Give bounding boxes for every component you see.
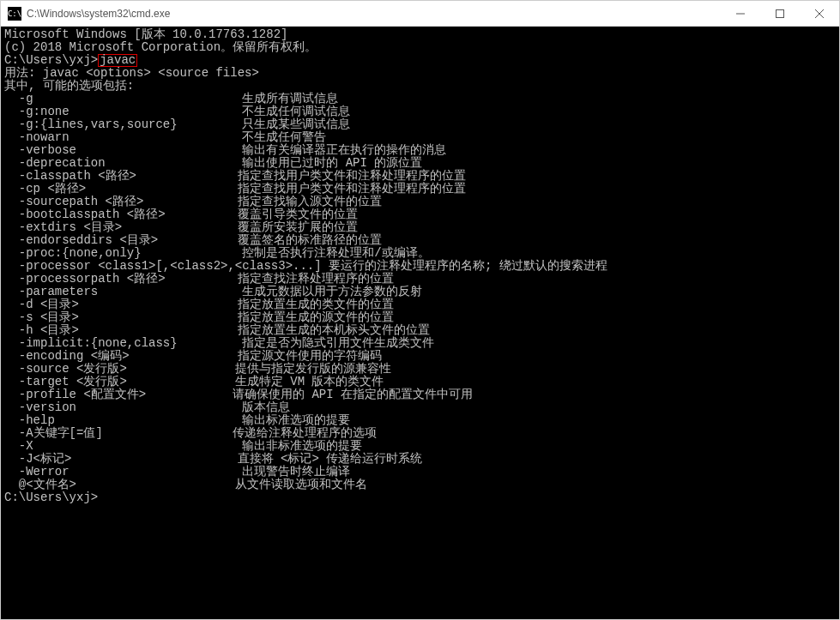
maximize-button[interactable] <box>760 1 800 26</box>
window-controls <box>721 1 839 26</box>
terminal-line: -target <发行版> 生成特定 VM 版本的类文件 <box>4 376 836 388</box>
terminal-line: @<文件名> 从文件读取选项和文件名 <box>4 479 836 491</box>
terminal-line: (c) 2018 Microsoft Corporation。保留所有权利。 <box>4 41 836 54</box>
terminal-line: -endorseddirs <目录> 覆盖签名的标准路径的位置 <box>4 234 836 247</box>
terminal-line: -source <发行版> 提供与指定发行版的源兼容性 <box>4 363 836 376</box>
terminal-line: -Werror 出现警告时终止编译 <box>4 466 836 479</box>
terminal-line: -g:none 不生成任何调试信息 <box>4 105 836 118</box>
terminal-output[interactable]: Microsoft Windows [版本 10.0.17763.1282](c… <box>1 27 839 619</box>
terminal-line: C:\Users\yxj> <box>4 491 836 504</box>
terminal-line: -processor <class1>[,<class2>,<class3>..… <box>4 260 836 273</box>
svg-rect-1 <box>777 9 784 17</box>
close-button[interactable] <box>800 1 839 26</box>
terminal-line: -sourcepath <路径> 指定查找输入源文件的位置 <box>4 196 836 208</box>
terminal-line: -bootclasspath <路径> 覆盖引导类文件的位置 <box>4 208 836 221</box>
terminal-line: -h <目录> 指定放置生成的本机标头文件的位置 <box>4 324 836 337</box>
highlighted-command: javac <box>98 54 137 67</box>
terminal-line: -extdirs <目录> 覆盖所安装扩展的位置 <box>4 221 836 234</box>
terminal-line: -J<标记> 直接将 <标记> 传递给运行时系统 <box>4 453 836 466</box>
terminal-line: 其中, 可能的选项包括: <box>4 80 836 93</box>
terminal-line: -profile <配置文件> 请确保使用的 API 在指定的配置文件中可用 <box>4 388 836 401</box>
terminal-line: -parameters 生成元数据以用于方法参数的反射 <box>4 286 836 298</box>
close-icon <box>815 9 824 18</box>
terminal-line: -encoding <编码> 指定源文件使用的字符编码 <box>4 350 836 363</box>
minimize-button[interactable] <box>721 1 760 26</box>
terminal-line: Microsoft Windows [版本 10.0.17763.1282] <box>4 28 836 41</box>
terminal-line: -nowarn 不生成任何警告 <box>4 131 836 144</box>
terminal-line: 用法: javac <options> <source files> <box>4 67 836 80</box>
terminal-line: -classpath <路径> 指定查找用户类文件和注释处理程序的位置 <box>4 170 836 183</box>
terminal-line: -proc:{none,only} 控制是否执行注释处理和/或编译。 <box>4 247 836 260</box>
minimize-icon <box>736 9 745 18</box>
terminal-line: -version 版本信息 <box>4 401 836 414</box>
terminal-line: -deprecation 输出使用已过时的 API 的源位置 <box>4 157 836 170</box>
terminal-line: -X 输出非标准选项的提要 <box>4 440 836 453</box>
titlebar[interactable]: C:\ C:\Windows\system32\cmd.exe <box>1 1 839 27</box>
terminal-line: -s <目录> 指定放置生成的源文件的位置 <box>4 311 836 324</box>
terminal-line: -cp <路径> 指定查找用户类文件和注释处理程序的位置 <box>4 183 836 196</box>
terminal-line: C:\Users\yxj>javac <box>4 54 836 67</box>
terminal-line: -implicit:{none,class} 指定是否为隐式引用文件生成类文件 <box>4 337 836 350</box>
cmd-window: C:\ C:\Windows\system32\cmd.exe Microsof… <box>0 0 840 620</box>
terminal-line: -processorpath <路径> 指定查找注释处理程序的位置 <box>4 273 836 286</box>
terminal-line: -d <目录> 指定放置生成的类文件的位置 <box>4 298 836 311</box>
terminal-line: -g:{lines,vars,source} 只生成某些调试信息 <box>4 118 836 131</box>
maximize-icon <box>776 9 784 18</box>
window-title: C:\Windows\system32\cmd.exe <box>27 8 721 20</box>
terminal-line: -g 生成所有调试信息 <box>4 93 836 105</box>
terminal-line: -verbose 输出有关编译器正在执行的操作的消息 <box>4 144 836 157</box>
terminal-line: -help 输出标准选项的提要 <box>4 414 836 427</box>
cmd-icon: C:\ <box>8 7 21 21</box>
terminal-line: -A关键字[=值] 传递给注释处理程序的选项 <box>4 427 836 440</box>
